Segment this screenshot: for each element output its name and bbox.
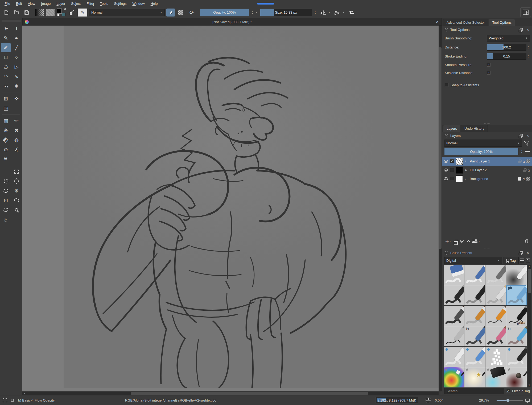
layer-blend-mode-dropdown[interactable]: Normal ▼ — [444, 140, 522, 147]
layer-name[interactable]: Background — [470, 177, 488, 181]
layer-row-fill-layer-2[interactable]: ◈ Fill Layer 2 α — [442, 166, 532, 174]
tool-bezier-curve[interactable]: ◠ — [1, 72, 11, 81]
layer-row-paint-layer-1[interactable]: ✓ ▿ Paint Layer 1 α — [442, 157, 532, 166]
brush-preset-wet-swab[interactable] — [464, 347, 485, 367]
scroll-down-icon[interactable]: ▼ — [527, 383, 531, 387]
layer-thumbnail[interactable] — [456, 158, 463, 165]
open-document-button[interactable] — [12, 9, 21, 17]
swap-colors-icon[interactable]: ⇄ — [64, 7, 66, 10]
tool-color-sampler[interactable]: ✏ — [12, 116, 21, 125]
menu-select[interactable]: Select — [68, 1, 84, 7]
zoom-slider-knob[interactable] — [506, 399, 510, 402]
canvas-horizontal-scrollbar[interactable]: ◂ — [22, 391, 439, 395]
distance-slider[interactable]: 100.2 — [487, 44, 526, 51]
canvas-vertical-scrollbar[interactable] — [439, 26, 442, 391]
snap-to-assistants-checkbox[interactable] — [445, 83, 448, 87]
tool-polyline[interactable]: ▷ — [12, 62, 21, 71]
blend-mode-dropdown[interactable]: Normal ▼ — [89, 9, 165, 16]
eraser-mode-button[interactable] — [166, 9, 175, 17]
tool-transform[interactable]: ⊞ — [1, 94, 11, 103]
close-document-icon[interactable]: ✕ — [436, 20, 439, 24]
layer-opacity-spinner[interactable]: ▲▼ — [520, 148, 523, 155]
docker-lock-icon[interactable] — [445, 28, 448, 31]
menu-layer[interactable]: Layer — [53, 1, 68, 7]
tool-rect-select[interactable] — [12, 167, 21, 176]
inherit-alpha-icon[interactable] — [526, 177, 530, 181]
pattern-swatch[interactable] — [46, 9, 55, 16]
brush-preset-detail-brush[interactable] — [485, 306, 506, 326]
brush-preset-eraser-pen-soft[interactable] — [464, 265, 485, 285]
preset-list-menu-icon[interactable] — [520, 259, 524, 262]
edit-brush-settings-button[interactable]: ✎ — [78, 9, 87, 17]
new-document-button[interactable] — [2, 9, 11, 17]
tool-move[interactable]: ✛ — [12, 94, 21, 103]
float-docker-icon[interactable] — [520, 251, 523, 254]
tag-filter-dropdown[interactable]: Digital ▼ — [444, 257, 502, 264]
mirror-horizontal-button[interactable] — [319, 9, 327, 17]
layer-thumbnail[interactable] — [456, 167, 463, 174]
stroke-ending-slider[interactable]: 0.15 — [487, 53, 526, 60]
fit-to-screen-icon[interactable] — [525, 399, 530, 402]
preserve-alpha-button[interactable] — [176, 9, 185, 17]
default-colors-icon[interactable] — [57, 14, 60, 16]
tool-dynamic-brush[interactable]: ↝ — [1, 81, 11, 91]
preset-scroll-thumb[interactable] — [528, 269, 531, 293]
layer-lock-icon[interactable] — [518, 161, 521, 163]
tool-freehand-path[interactable]: ∿ — [12, 72, 21, 81]
reload-original-preset-button[interactable]: ↻ ▾ — [187, 9, 198, 17]
close-docker-icon[interactable]: ✕ — [526, 134, 529, 138]
tool-line[interactable]: ╱ — [12, 43, 21, 52]
brush-preset-eraser-smudge[interactable] — [485, 265, 506, 285]
tab-layers[interactable]: Layers — [443, 125, 460, 132]
brush-preset-paintbrush-dark[interactable] — [444, 306, 464, 326]
layer-options-menu-icon[interactable] — [525, 150, 530, 153]
brush-preset-eraser-block[interactable] — [444, 265, 464, 285]
brush-smoothing-dropdown[interactable]: Weighted ▼ — [487, 35, 530, 42]
selection-mode-icon[interactable] — [11, 399, 14, 402]
tool-pan[interactable]: ☟ — [1, 215, 11, 224]
tool-text[interactable]: T — [12, 24, 21, 33]
brush-preset-wet-dark-pen[interactable] — [506, 347, 527, 367]
float-docker-icon[interactable] — [520, 28, 523, 31]
brush-preset-basic-flow-opacity[interactable] — [506, 285, 527, 305]
brush-preset-fx-star-glow[interactable]: ★ — [464, 367, 485, 387]
menu-edit[interactable]: Edit — [13, 1, 25, 7]
docker-lock-icon[interactable] — [445, 134, 448, 137]
move-layer-up-button[interactable] — [467, 240, 471, 244]
wrap-around-mode-button[interactable] — [347, 9, 356, 17]
tool-polygon[interactable]: ⬠ — [1, 62, 11, 71]
layer-visibility-icon[interactable] — [444, 177, 448, 180]
layer-name[interactable]: Paint Layer 1 — [470, 159, 490, 163]
layer-select-checkbox[interactable]: ✓ — [450, 159, 454, 163]
brush-preset-wet-round[interactable] — [444, 347, 464, 367]
layer-visibility-icon[interactable] — [444, 169, 448, 171]
brush-preset-basic-soft[interactable] — [485, 285, 506, 305]
layer-alpha-icon[interactable]: α — [527, 168, 530, 172]
brush-preset-airbrush-soft[interactable] — [506, 265, 527, 285]
menu-help[interactable]: Help — [148, 1, 161, 7]
tool-freehand-brush[interactable]: ✐ — [1, 43, 11, 52]
layer-select-checkbox[interactable] — [450, 177, 454, 181]
tool-polygon-select[interactable] — [12, 177, 21, 186]
tool-ellipse[interactable]: ○ — [12, 53, 21, 62]
opacity-spinner[interactable]: ▲▼ — [251, 9, 254, 16]
close-docker-icon[interactable]: ✕ — [526, 28, 529, 32]
stroke-ending-spinner[interactable]: ▲▼ — [526, 53, 530, 60]
tool-edit-shapes[interactable]: ✎ — [1, 34, 11, 43]
horizontal-scroll-thumb[interactable] — [131, 392, 368, 395]
float-docker-icon[interactable] — [520, 134, 523, 137]
tool-gradient[interactable]: ▧ — [1, 116, 11, 125]
tool-reference-images[interactable]: ⚑ — [1, 154, 11, 163]
menu-settings[interactable]: Settings — [111, 1, 129, 7]
move-layer-down-button[interactable] — [460, 239, 464, 243]
tool-similar-select[interactable]: ✳ — [12, 186, 21, 195]
tool-fill[interactable]: ◧ — [1, 135, 11, 144]
tool-magnetic-select[interactable] — [1, 205, 11, 214]
menu-file[interactable]: File — [2, 1, 13, 7]
menu-window[interactable]: Window — [129, 1, 147, 7]
brush-preset-ink-pen-script[interactable]: inker — [506, 306, 527, 326]
tool-select-shapes[interactable]: ➤ — [1, 24, 11, 33]
tool-freehand-select[interactable] — [1, 186, 11, 195]
menu-image[interactable]: Image — [38, 1, 53, 7]
preset-view-mode-icon[interactable] — [526, 259, 530, 262]
